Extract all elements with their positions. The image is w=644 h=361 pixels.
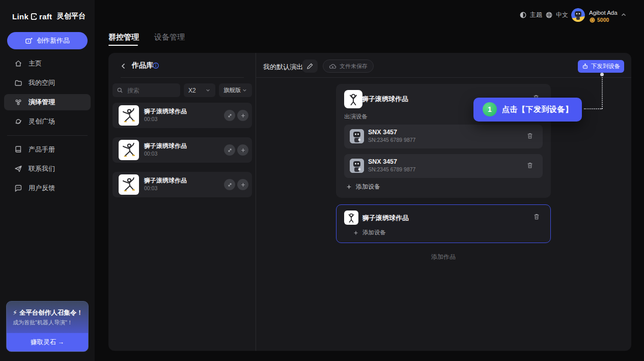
expand-work-button[interactable] (224, 144, 235, 156)
logo-text-raft: raft (39, 12, 52, 21)
sidebar: Link raft 灵创平台 创作新作品 主页 我的空间 演绎管理 灵创广场 (0, 0, 95, 361)
sidebar-item-home[interactable]: 主页 (4, 55, 91, 72)
coin-balance: 5000 (590, 17, 609, 23)
speed-filter-value: X2 (188, 87, 196, 94)
library-work-item[interactable]: 狮子滚绣球作品 00:03 (113, 103, 252, 128)
add-device-label: 添加设备 (362, 229, 386, 236)
library-title: 作品库 (132, 61, 153, 70)
device-serial: SN:2345 6789 9877 (368, 137, 415, 143)
add-work-to-stage-button[interactable] (237, 144, 248, 156)
add-work-to-stage-button[interactable] (237, 110, 248, 121)
sidebar-item-label: 灵创广场 (29, 117, 55, 126)
sidebar-item-contact-us[interactable]: 联系我们 (4, 161, 91, 177)
user-name: Agibot Ada (589, 10, 618, 16)
device-name: SNX 3457 (368, 158, 397, 165)
logo-text-link: Link (12, 12, 29, 21)
add-device-label: 添加设备 (356, 183, 380, 191)
sidebar-divider (7, 135, 88, 136)
sidebar-item-my-space[interactable]: 我的空间 (4, 75, 91, 91)
tab-device-management[interactable]: 设备管理 (154, 33, 185, 42)
theme-label: 主题 (530, 11, 542, 19)
expand-work-button[interactable] (224, 179, 235, 190)
stage-work-card-selected[interactable]: 狮子滚绣球作品 添加设备 (336, 204, 551, 243)
work-thumbnail (119, 174, 139, 195)
version-filter-dropdown[interactable]: 旗舰版 (219, 83, 252, 97)
work-title: 狮子滚绣球作品 (144, 142, 187, 151)
version-filter-value: 旗舰版 (223, 86, 241, 94)
logo-text-cn: 灵创平台 (57, 12, 86, 21)
plus-icon (353, 230, 358, 235)
device-name: SNX 3457 (368, 129, 397, 136)
delete-work-icon[interactable] (533, 213, 540, 220)
collapse-chevron[interactable] (620, 11, 627, 18)
save-status-pill: 文件未保存 (323, 59, 374, 73)
work-duration: 00:03 (144, 151, 157, 157)
info-icon[interactable] (152, 62, 159, 69)
lightning-icon: ⚡ (13, 309, 17, 317)
search-icon (117, 87, 123, 94)
promo-title-text: 全平台创作人召集令！ (19, 309, 83, 317)
book-icon (14, 145, 22, 154)
work-thumbnail (344, 90, 362, 108)
video-plus-icon (25, 37, 33, 45)
card-work-title: 狮子滚绣球作品 (362, 214, 409, 223)
work-title: 狮子滚绣球作品 (144, 107, 187, 116)
library-divider (121, 77, 244, 78)
user-avatar[interactable] (571, 8, 585, 22)
sidebar-item-user-feedback[interactable]: 用户反馈 (4, 180, 91, 196)
create-work-button[interactable]: 创作新作品 (7, 32, 88, 49)
speed-filter-dropdown[interactable]: X2 (184, 83, 215, 97)
home-icon (14, 59, 22, 68)
show-title: 我的默认演出1 (263, 63, 306, 72)
earn-gems-button[interactable]: 赚取灵石 → (7, 333, 88, 351)
tab-group-control[interactable]: 群控管理 (108, 33, 139, 42)
sidebar-item-product-manual[interactable]: 产品手册 (4, 141, 91, 158)
device-avatar (350, 159, 364, 173)
planet-icon (14, 117, 22, 126)
save-status-label: 文件未保存 (340, 63, 368, 70)
plus-icon (346, 184, 352, 190)
work-duration: 00:03 (144, 116, 157, 122)
language-switch[interactable]: 中文 (545, 11, 568, 19)
remove-device-icon[interactable] (526, 162, 534, 169)
tooltip-label: 点击【下发到设备】 (502, 105, 573, 114)
add-device-button[interactable]: 添加设备 (346, 183, 380, 191)
sidebar-item-plaza[interactable]: 灵创广场 (4, 113, 91, 130)
robot-icon (582, 63, 589, 70)
chevron-down-icon (205, 87, 211, 93)
remove-device-icon[interactable] (526, 132, 534, 139)
card-work-title: 狮子滚绣球作品 (362, 95, 408, 104)
work-thumbnail (344, 210, 358, 225)
device-serial: SN:2345 6789 9877 (368, 166, 415, 172)
promo-subtitle: 成为首批"机器人导演"！ (13, 319, 73, 326)
chat-icon (14, 184, 22, 192)
sidebar-item-label: 我的空间 (29, 78, 55, 87)
work-thumbnail (119, 140, 139, 160)
coin-icon (590, 17, 595, 23)
coin-amount: 5000 (597, 17, 609, 23)
expand-work-button[interactable] (224, 110, 235, 121)
device-row: SNX 3457 SN:2345 6789 9877 (344, 125, 543, 148)
theme-icon (519, 11, 527, 19)
app-root: Link raft 灵创平台 创作新作品 主页 我的空间 演绎管理 灵创广场 (0, 0, 644, 361)
library-work-item[interactable]: 狮子滚绣球作品 00:03 (113, 137, 252, 163)
add-work-to-stage-button[interactable] (237, 179, 248, 190)
stage-divider (256, 77, 631, 78)
sidebar-item-label: 联系我们 (29, 164, 55, 173)
library-work-item[interactable]: 狮子滚绣球作品 00:03 (113, 172, 252, 197)
add-device-button[interactable]: 添加设备 (353, 229, 386, 236)
sidebar-item-performance-management[interactable]: 演绎管理 (4, 94, 91, 110)
sidebar-item-label: 演绎管理 (29, 98, 55, 107)
paper-plane-icon (14, 165, 22, 173)
add-work-button[interactable]: 添加作品 (336, 253, 551, 261)
search-input[interactable] (126, 86, 176, 95)
logo-c-icon (30, 13, 38, 20)
group-icon (14, 98, 22, 106)
device-row: SNX 3457 SN:2345 6789 9877 (344, 154, 543, 178)
theme-toggle[interactable]: 主题 (519, 11, 542, 19)
guide-connector-hline (584, 108, 602, 109)
deploy-to-device-button[interactable]: 下发到设备 (578, 60, 624, 73)
edit-title-button[interactable] (302, 59, 318, 73)
devices-label: 出演设备 (344, 113, 368, 121)
back-button[interactable] (120, 62, 128, 70)
